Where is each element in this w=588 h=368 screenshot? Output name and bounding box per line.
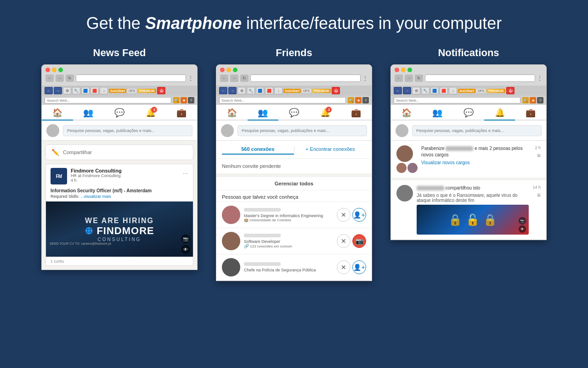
toolbar-btn-r1[interactable]: ⚙ [63, 87, 71, 94]
toolbar-btn-back-3[interactable]: ← [394, 87, 402, 94]
toolbar-btn-back-1[interactable]: ← [45, 87, 53, 94]
camera-btn-2[interactable]: 📷 [352, 234, 366, 248]
toolbar-btn-fwd-2[interactable]: → [228, 87, 237, 94]
search-icon-star-2[interactable]: ★ [355, 97, 362, 104]
manage-all-btn[interactable]: Gerenciar todos [216, 177, 372, 190]
li-nav-messages-1[interactable]: 💬 [104, 105, 135, 121]
forward-btn-2[interactable]: → [230, 75, 238, 82]
post-dots-1[interactable]: ... [183, 168, 188, 175]
li-nav-jobs-1[interactable]: 💼 [166, 105, 197, 121]
li-search-input-3[interactable] [412, 125, 542, 136]
post-eye-icon-1[interactable]: 👁 [181, 245, 190, 254]
dot-yellow-2[interactable] [226, 68, 231, 72]
friends-browser: ← → ↻ ⋮ ← → ⚙ 🔧 🟦 🟥 ↓ AutoStart OFS PREM… [216, 64, 372, 281]
dot-green-3[interactable] [407, 68, 412, 72]
toolbar-btn-r4-3[interactable]: 🟥 [440, 87, 448, 94]
toolbar-btn-r1-3[interactable]: ⚙ [412, 87, 420, 94]
toolbar-btn-r3[interactable]: 🟦 [81, 87, 90, 94]
li-nav-jobs-3[interactable]: 💼 [515, 105, 546, 121]
dot-green-2[interactable] [233, 68, 237, 72]
conn-find-btn[interactable]: + Encontrar conexões [294, 144, 367, 155]
search-web-input-1[interactable] [45, 97, 171, 104]
connect-btn-3[interactable]: 👤+ [352, 260, 366, 274]
dismiss-btn-1[interactable]: ✕ [337, 208, 351, 222]
dot-red-2[interactable] [220, 68, 225, 72]
toolbar-btn-r4[interactable]: 🟥 [90, 87, 99, 94]
li-nav-home-2[interactable]: 🏠 [216, 105, 248, 121]
toolbar-btn-r3-2[interactable]: 🟦 [256, 87, 264, 94]
menu-btn-3[interactable]: ⋮ [537, 75, 543, 81]
back-btn-2[interactable]: ← [220, 75, 228, 82]
li-nav-messages-3[interactable]: 💬 [453, 105, 484, 121]
li-search-bar-container-3 [391, 121, 546, 141]
notif-menu-2[interactable]: ≡ [537, 191, 541, 199]
connect-btn-1[interactable]: 👤+ [352, 208, 366, 222]
toolbar-btn-dl[interactable]: ↓ [100, 87, 108, 94]
dot-yellow-3[interactable] [401, 68, 406, 72]
li-nav-messages-2[interactable]: 💬 [278, 105, 310, 121]
toolbar-btn-fwd-3[interactable]: → [403, 87, 411, 94]
search-icon-q-1[interactable]: ? [188, 97, 194, 104]
search-icon-go-2[interactable]: 🔍 [348, 97, 354, 104]
power-btn-3[interactable]: ⏻ [506, 87, 514, 94]
forward-btn-1[interactable]: → [56, 75, 64, 82]
toolbar-btn-r4-2[interactable]: 🟥 [265, 87, 273, 94]
share-label-1: Compartilhar [63, 150, 92, 155]
toolbar-btn-dl-3[interactable]: ↓ [449, 87, 457, 94]
notif-camera-icon[interactable]: 📷 [519, 217, 526, 224]
refresh-btn-3[interactable]: ↻ [415, 75, 423, 82]
li-nav-notif-1[interactable]: 🔔 3 [135, 105, 166, 121]
search-icon-star-1[interactable]: ★ [181, 97, 187, 104]
toolbar-btn-fwd-1[interactable]: → [54, 87, 62, 94]
dismiss-btn-2[interactable]: ✕ [337, 234, 351, 248]
li-nav-friends-3[interactable]: 👥 [422, 105, 453, 121]
li-nav-jobs-2[interactable]: 💼 [340, 105, 372, 121]
toolbar-btn-r3-3[interactable]: 🟦 [430, 87, 439, 94]
li-search-input-1[interactable] [63, 125, 192, 136]
notif-eye-icon[interactable]: 👁 [519, 225, 526, 233]
power-btn-1[interactable]: ⏻ [157, 87, 165, 94]
menu-btn-2[interactable]: ⋮ [362, 75, 368, 81]
menu-btn-1[interactable]: ⋮ [188, 75, 193, 81]
search-web-input-3[interactable] [394, 97, 520, 104]
refresh-btn-1[interactable]: ↻ [66, 75, 74, 82]
forward-btn-3[interactable]: → [405, 75, 413, 82]
li-nav-home-3[interactable]: 🏠 [391, 105, 422, 121]
post-camera-icon-1[interactable]: 📷 [181, 234, 190, 243]
refresh-btn-2[interactable]: ↻ [240, 75, 249, 82]
dot-green-1[interactable] [58, 68, 63, 72]
dot-red-3[interactable] [395, 68, 399, 72]
dot-yellow-1[interactable] [52, 68, 57, 72]
toolbar-btn-back-2[interactable]: ← [219, 87, 227, 94]
dismiss-btn-3[interactable]: ✕ [337, 260, 351, 274]
li-nav-friends-2[interactable]: 👥 [248, 105, 279, 121]
search-icon-q-2[interactable]: ? [362, 97, 369, 104]
search-icon-go-1[interactable]: 🔍 [173, 97, 180, 104]
search-icon-star-3[interactable]: ★ [530, 97, 536, 104]
li-nav-friends-1[interactable]: 👥 [73, 105, 104, 121]
friend-avatar-2 [222, 232, 240, 250]
toolbar-btn-dl-2[interactable]: ↓ [274, 87, 283, 94]
search-web-input-2[interactable] [219, 97, 346, 104]
dot-red-1[interactable] [45, 68, 50, 72]
search-icon-q-3[interactable]: ? [537, 97, 543, 104]
toolbar-btn-r1-2[interactable]: ⚙ [237, 87, 246, 94]
toolbar-btn-r2[interactable]: 🔧 [72, 87, 80, 94]
conn-tab-count[interactable]: 560 conexões [222, 144, 294, 155]
notif-link-1[interactable]: Visualizar novos cargos [421, 160, 531, 165]
address-bar-3[interactable] [425, 75, 535, 82]
search-icon-go-3[interactable]: 🔍 [522, 97, 529, 104]
toolbar-btn-r2-2[interactable]: 🔧 [247, 87, 255, 94]
li-nav-home-1[interactable]: 🏠 [42, 105, 73, 121]
notif-menu-1[interactable]: ≡ [537, 152, 541, 159]
li-search-input-2[interactable] [237, 125, 367, 136]
toolbar-btn-r2-3[interactable]: 🔧 [421, 87, 430, 94]
back-btn-3[interactable]: ← [395, 75, 403, 82]
address-bar-2[interactable] [250, 75, 361, 82]
li-nav-notif-2[interactable]: 🔔 3 [310, 105, 341, 121]
back-btn-1[interactable]: ← [45, 75, 54, 82]
li-nav-notif-3[interactable]: 🔔 [484, 105, 515, 121]
power-btn-2[interactable]: ⏻ [332, 87, 340, 94]
friend-name-blur-3 [244, 262, 281, 266]
address-bar-1[interactable] [76, 75, 186, 82]
